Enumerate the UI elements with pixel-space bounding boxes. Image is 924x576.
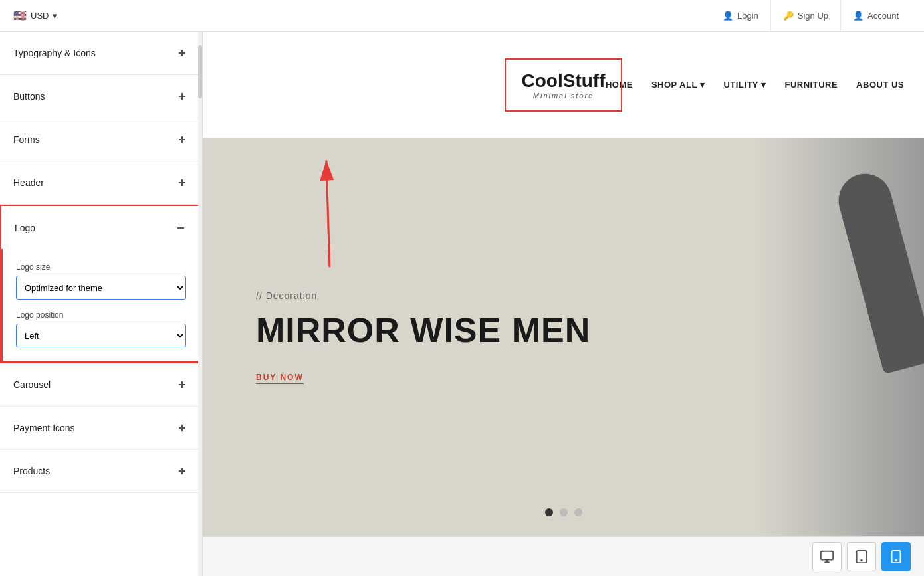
store-nav-menu: HOME SHOP ALL ▾ UTILITY ▾ FURNITURE ABOU… [606,80,904,90]
login-button[interactable]: 👤 Login [711,0,770,32]
login-icon: 👤 [723,11,733,21]
currency-label: USD [31,11,49,21]
device-tablet-button[interactable] [847,542,876,571]
logo-size-select[interactable]: Optimized for theme Small Medium Large [16,276,186,300]
logo-size-label: Logo size [16,262,186,272]
expand-icon-header [175,176,189,189]
device-mobile-button[interactable] [881,542,911,571]
logo-position-select[interactable]: Left Center Right [16,324,186,347]
nav-item-utility[interactable]: UTILITY ▾ [723,80,766,90]
store-nav: CoolStuff Minimal store HOME SHOP ALL ▾ … [203,32,924,138]
carousel-dot-1[interactable] [545,508,553,516]
hero-cta-button[interactable]: BUY NOW [256,373,304,384]
sidebar-item-payment-icons[interactable]: Payment Icons [0,407,202,450]
sidebar-item-typography[interactable]: Typography & Icons [0,32,202,75]
account-button[interactable]: 👤 Account [840,0,911,32]
carousel-dot-2[interactable] [560,508,568,516]
main-layout: Typography & Icons Buttons Forms Header [0,32,924,576]
top-bar-actions: 👤 Login 🔑 Sign Up 👤 Account [711,0,911,32]
preview-pane: CoolStuff Minimal store HOME SHOP ALL ▾ … [203,32,924,576]
expand-icon-carousel [175,378,189,391]
utility-chevron-icon: ▾ [761,80,766,90]
bottom-bar [203,536,924,576]
hero-image [758,138,924,536]
collapse-icon-logo [174,221,187,235]
account-icon: 👤 [853,11,864,21]
expand-icon-payment-icons [175,421,189,434]
svg-rect-15 [821,551,833,559]
sidebar-item-products[interactable]: Products [0,450,202,493]
sidebar-item-buttons[interactable]: Buttons [0,75,202,118]
logo-brand: CoolStuff [522,70,606,92]
top-bar: 🇺🇸 USD ▾ 👤 Login 🔑 Sign Up 👤 Account [0,0,924,32]
tablet-icon [854,549,869,564]
desktop-icon [820,549,834,564]
logo-tagline: Minimal store [522,92,606,100]
hero-content: // Decoration MIRROR WISE MEN BUY NOW [203,250,643,424]
sidebar-section-logo: Logo Logo size Optimized for theme Small… [0,205,202,363]
signup-icon: 🔑 [783,11,794,21]
svg-point-19 [861,559,862,561]
sidebar-item-header[interactable]: Header [0,161,202,205]
sidebar-item-logo[interactable]: Logo [1,206,201,249]
nav-item-shop-all[interactable]: SHOP ALL ▾ [651,80,705,90]
currency-chevron-icon: ▾ [53,11,57,21]
svg-point-21 [895,559,897,561]
hero-section: // Decoration MIRROR WISE MEN BUY NOW [203,138,924,536]
sidebar-item-carousel[interactable]: Carousel [0,363,202,407]
device-desktop-button[interactable] [812,542,842,571]
hero-title: MIRROR WISE MEN [256,312,590,349]
carousel-dot-3[interactable] [574,508,582,516]
expand-icon-forms [175,133,189,146]
currency-selector[interactable]: 🇺🇸 USD ▾ [13,9,57,22]
sidebar: Typography & Icons Buttons Forms Header [0,32,203,576]
sidebar-item-forms[interactable]: Forms [0,118,202,161]
nav-item-about-us[interactable]: ABOUT US [856,80,904,90]
expand-icon-buttons [175,90,189,103]
store-logo: CoolStuff Minimal store [505,58,623,112]
logo-settings-panel: Logo size Optimized for theme Small Medi… [1,249,201,362]
logo-position-label: Logo position [16,310,186,320]
hero-subtitle: // Decoration [256,290,590,301]
expand-icon-products [175,464,189,478]
shopall-chevron-icon: ▾ [700,80,705,90]
flag-icon: 🇺🇸 [13,9,27,22]
carousel-dots [545,508,582,516]
hero-product-shape [833,168,924,374]
signup-button[interactable]: 🔑 Sign Up [770,0,840,32]
nav-item-furniture[interactable]: FURNITURE [785,80,838,90]
expand-icon-typography [175,47,189,60]
mobile-icon [889,549,903,564]
